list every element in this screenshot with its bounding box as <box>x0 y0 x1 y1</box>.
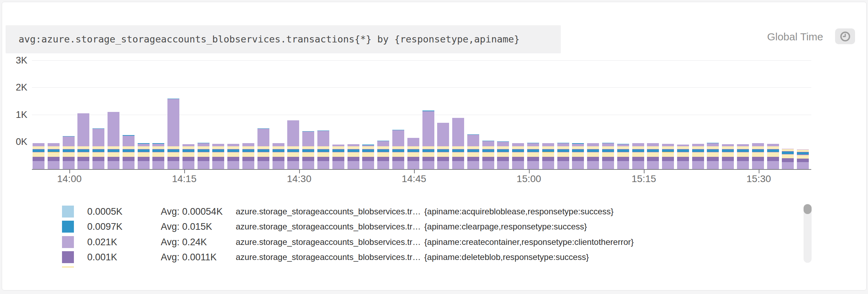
stacked-bar <box>422 111 434 169</box>
stacked-bar <box>167 99 179 169</box>
clock-icon <box>839 31 851 42</box>
legend-color-swatch <box>62 206 74 218</box>
stacked-bar <box>152 143 164 169</box>
stacked-bar <box>632 143 644 169</box>
global-time-clock-button[interactable] <box>835 28 855 44</box>
stacked-bar <box>662 144 674 169</box>
legend-metric-tags: {apiname:createcontainer,responsetype:cl… <box>424 237 634 247</box>
legend-color-swatch <box>62 221 74 233</box>
x-tick-mark-15:15 <box>644 169 645 173</box>
stacked-bar <box>392 130 404 169</box>
stacked-bar <box>332 145 344 169</box>
x-axis-line <box>32 169 811 170</box>
legend-avg-value: Avg: 0.015K <box>161 221 212 233</box>
stacked-bar <box>617 144 629 169</box>
x-axis-label-14:45: 14:45 <box>393 173 435 185</box>
x-axis-label-15:30: 15:30 <box>738 173 780 185</box>
legend-metric-tags: {apiname:deleteblob,responsetype:success… <box>424 252 589 262</box>
x-axis-label-14:00: 14:00 <box>48 173 90 185</box>
global-time-label: Global Time <box>767 31 823 43</box>
stacked-bar <box>767 144 779 169</box>
legend-current-value: 0.001K <box>87 251 117 263</box>
stacked-bar <box>138 143 150 169</box>
stacked-bar <box>48 143 60 169</box>
stacked-bar <box>602 143 614 169</box>
stacked-bar <box>123 135 135 169</box>
stacked-bar <box>587 143 599 169</box>
stacked-bar <box>542 143 554 169</box>
stacked-bar <box>467 134 479 169</box>
x-axis-label-14:15: 14:15 <box>163 173 205 185</box>
legend-row[interactable]: 0.021KAvg: 0.24Kazure.storage_storageacc… <box>62 236 773 248</box>
stacked-bar <box>92 128 104 169</box>
legend-row[interactable]: 0.0005KAvg: 0.00054Kazure.storage_storag… <box>62 206 773 218</box>
legend-color-swatch <box>62 236 74 248</box>
stacked-bar <box>302 131 314 169</box>
stacked-bar <box>737 144 749 169</box>
stacked-bar <box>273 143 284 169</box>
stacked-bar <box>242 143 254 169</box>
legend-partial-next-row-swatch <box>62 266 74 268</box>
stacked-bar <box>797 149 809 169</box>
stacked-bar <box>692 144 704 169</box>
stacked-bar <box>198 143 209 169</box>
stacked-bar <box>347 144 359 169</box>
legend-row[interactable]: 0.0097KAvg: 0.015Kazure.storage_storagea… <box>62 221 773 233</box>
y-axis-label-1K: 1K <box>6 109 27 120</box>
stacked-bar <box>33 143 44 169</box>
stacked-bar <box>782 149 794 169</box>
stacked-bar <box>482 141 494 169</box>
legend-metric-tags: {apiname:acquirebloblease,responsetype:s… <box>424 207 613 216</box>
stacked-bar <box>512 143 524 169</box>
stacked-bar <box>557 143 569 169</box>
stacked-bar <box>722 144 734 169</box>
x-tick-mark-14:45 <box>414 169 415 173</box>
stacked-bar <box>677 145 689 169</box>
legend-current-value: 0.0097K <box>87 221 123 233</box>
legend-current-value: 0.0005K <box>87 206 123 218</box>
stacked-bar <box>108 112 119 169</box>
y-axis-label-3K: 3K <box>6 55 27 66</box>
stacked-bar <box>287 120 299 169</box>
legend-row[interactable]: 0.001KAvg: 0.0011Kazure.storage_storagea… <box>62 251 773 263</box>
legend-metric-name: azure.storage_storageaccounts_blobservic… <box>236 206 614 218</box>
metric-query-bar[interactable]: avg:azure.storage_storageaccounts_blobse… <box>6 25 561 53</box>
stacked-bar <box>437 123 449 169</box>
x-tick-mark-14:15 <box>184 169 185 173</box>
chart-legend: 0.0005KAvg: 0.00054Kazure.storage_storag… <box>2 199 866 272</box>
legend-avg-value: Avg: 0.24K <box>161 236 207 248</box>
legend-metric-tags: {apiname:clearpage,responsetype:success} <box>424 222 587 231</box>
stacked-bar <box>362 145 374 169</box>
stacked-bar <box>212 144 224 169</box>
gridline-2K <box>32 87 811 88</box>
legend-metric-name: azure.storage_storageaccounts_blobservic… <box>236 236 634 248</box>
stacked-bar <box>227 144 239 169</box>
x-tick-mark-15:00 <box>529 169 530 173</box>
gridline-3K <box>32 60 811 61</box>
y-axis-label-0K: 0K <box>6 136 27 147</box>
stacked-bar <box>752 143 764 169</box>
stacked-bar <box>317 131 329 169</box>
metric-query-text: avg:azure.storage_storageaccounts_blobse… <box>6 25 561 53</box>
legend-avg-value: Avg: 0.00054K <box>161 206 223 218</box>
stacked-bar <box>63 136 75 169</box>
stacked-bar <box>452 118 464 169</box>
transactions-stacked-bar-chart[interactable]: 3K2K1K0K14:0014:1514:3014:4515:0015:1515… <box>32 56 811 169</box>
stacked-bar <box>647 143 659 169</box>
legend-current-value: 0.021K <box>87 236 117 248</box>
y-axis-label-2K: 2K <box>6 82 27 93</box>
stacked-bar <box>707 143 719 169</box>
x-tick-mark-14:00 <box>69 169 70 173</box>
legend-scrollbar-thumb[interactable] <box>804 204 812 214</box>
legend-color-swatch <box>62 251 74 263</box>
legend-scrollbar[interactable] <box>804 204 812 263</box>
stacked-bar <box>257 128 269 169</box>
legend-metric-name: azure.storage_storageaccounts_blobservic… <box>236 251 589 263</box>
x-tick-mark-14:30 <box>299 169 300 173</box>
stacked-bar <box>572 143 584 169</box>
metric-panel-card: avg:azure.storage_storageaccounts_blobse… <box>2 2 867 290</box>
legend-metric-name: azure.storage_storageaccounts_blobservic… <box>236 221 587 233</box>
x-tick-mark-15:30 <box>759 169 759 173</box>
x-axis-label-15:15: 15:15 <box>623 173 665 185</box>
gridline-1K <box>32 115 811 115</box>
